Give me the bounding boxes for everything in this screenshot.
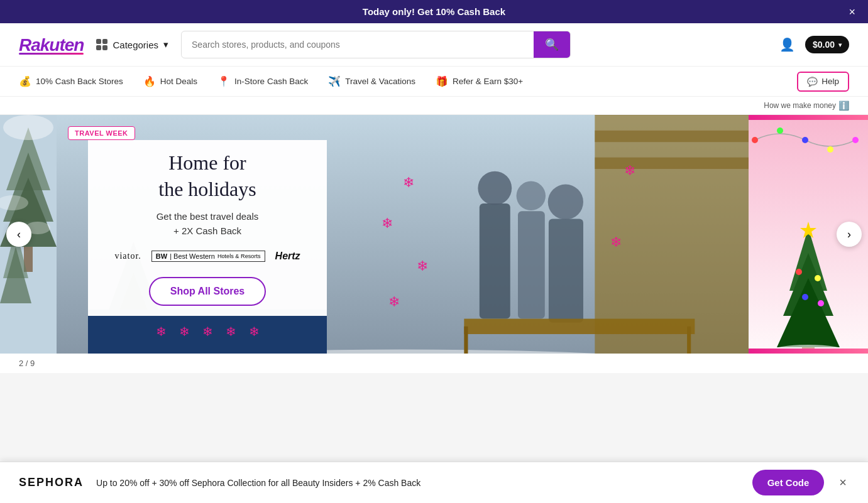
- instore-icon: 📍: [217, 75, 230, 87]
- top-banner-close-button[interactable]: ×: [849, 6, 855, 18]
- help-chat-icon: 💬: [807, 77, 818, 87]
- chevron-left-icon: ‹: [17, 228, 21, 241]
- logo-text: Rakuten: [19, 35, 84, 55]
- info-row: How we make money ℹ️: [0, 97, 868, 115]
- logo-underline: [19, 53, 84, 55]
- carousel-prev-button[interactable]: ‹: [6, 222, 31, 247]
- refer-icon: 🎁: [436, 75, 448, 87]
- svg-point-16: [478, 171, 512, 205]
- svg-rect-24: [595, 115, 749, 354]
- account-button[interactable]: 👤: [779, 37, 795, 52]
- shop-all-stores-button[interactable]: Shop All Stores: [149, 277, 266, 306]
- cash-back-display[interactable]: $0.00 ▾: [805, 36, 849, 53]
- svg-point-8: [3, 115, 53, 140]
- slide-brands: viator. BW | Best WesternHotels & Resort…: [114, 251, 300, 262]
- help-label: Help: [821, 77, 839, 86]
- svg-rect-15: [480, 203, 510, 319]
- snowflake-2: ❄: [179, 324, 190, 339]
- slide-title: Home forthe holidays: [158, 150, 256, 202]
- search-input[interactable]: [182, 33, 534, 56]
- nav-travel-label: Travel & Vacations: [345, 77, 415, 86]
- info-icon: ℹ️: [838, 100, 849, 111]
- nav-help-button[interactable]: 💬 Help: [797, 72, 849, 92]
- carousel-next-button[interactable]: ›: [837, 222, 862, 247]
- carousel-container: TRAVEL WEEK Home forthe holidays Get the…: [0, 115, 868, 354]
- search-button[interactable]: 🔍: [534, 31, 570, 58]
- carousel-main-slide: TRAVEL WEEK Home forthe holidays Get the…: [57, 115, 749, 354]
- slide-subtitle: Get the best travel deals+ 2X Cash Back: [157, 210, 259, 238]
- header-right: 👤 $0.00 ▾: [779, 36, 849, 53]
- cash-back-amount: $0.00: [813, 40, 835, 50]
- svg-point-30: [777, 127, 783, 134]
- nav-item-refer[interactable]: 🎁 Refer & Earn $30+: [436, 67, 523, 96]
- nav-item-travel[interactable]: ✈️ Travel & Vacations: [328, 67, 415, 96]
- svg-rect-17: [518, 211, 545, 318]
- svg-point-18: [517, 181, 546, 210]
- carousel-area: TRAVEL WEEK Home forthe holidays Get the…: [0, 115, 868, 373]
- chevron-right-icon: ›: [847, 228, 851, 241]
- search-icon: 🔍: [545, 38, 559, 51]
- travel-week-badge: TRAVEL WEEK: [68, 126, 135, 140]
- carousel-indicator: 2 / 9: [0, 354, 868, 373]
- nav-instore-label: In-Store Cash Back: [234, 77, 308, 86]
- how-money-text: How we make money: [764, 101, 836, 110]
- categories-label: Categories: [113, 40, 158, 50]
- svg-rect-22: [464, 327, 468, 354]
- svg-point-40: [802, 294, 808, 300]
- brand-best-western: BW | Best WesternHotels & Resorts: [151, 251, 265, 262]
- svg-point-20: [548, 184, 583, 219]
- slide-bottom-strip: ❄ ❄ ❄ ❄ ❄: [88, 310, 327, 354]
- categories-icon: [96, 39, 107, 50]
- snowflake-5: ❄: [249, 324, 260, 339]
- nav-item-instore-cashback[interactable]: 📍 In-Store Cash Back: [217, 67, 308, 96]
- svg-point-31: [802, 137, 808, 143]
- travel-icon: ✈️: [328, 75, 341, 87]
- slide-text-panel: Home forthe holidays Get the best travel…: [88, 140, 327, 316]
- hotdeals-icon: 🔥: [143, 75, 156, 87]
- preview-bottom-strip: [749, 349, 868, 354]
- header: Rakuten Categories ▾ 🔍 👤 $0.00 ▾: [0, 23, 868, 67]
- svg-rect-19: [549, 219, 583, 323]
- snowflake-1: ❄: [156, 324, 167, 339]
- snowflake-4: ❄: [226, 324, 236, 339]
- svg-point-33: [852, 137, 859, 143]
- svg-point-41: [818, 300, 824, 306]
- svg-point-38: [796, 269, 802, 275]
- top-banner: Today only! Get 10% Cash Back ×: [0, 0, 868, 23]
- how-we-make-money[interactable]: How we make money ℹ️: [764, 100, 849, 111]
- brand-hertz: Hertz: [275, 251, 300, 262]
- nav-refer-label: Refer & Earn $30+: [453, 77, 523, 86]
- categories-button[interactable]: Categories ▾: [96, 39, 168, 50]
- cashback-icon: 💰: [19, 75, 31, 87]
- top-banner-text: Today only! Get 10% Cash Back: [363, 6, 505, 17]
- nav-hotdeals-label: Hot Deals: [160, 77, 197, 86]
- search-bar: 🔍: [181, 31, 571, 58]
- svg-point-32: [827, 146, 833, 153]
- preview-top-strip: [749, 115, 868, 120]
- cash-back-chevron-icon: ▾: [838, 41, 842, 48]
- brand-viator: viator.: [114, 251, 141, 261]
- logo[interactable]: Rakuten: [19, 35, 84, 55]
- svg-point-29: [752, 137, 758, 143]
- user-icon: 👤: [779, 37, 795, 52]
- nav-item-hot-deals[interactable]: 🔥 Hot Deals: [143, 67, 197, 96]
- snowflake-3: ❄: [202, 324, 213, 339]
- svg-point-39: [815, 275, 821, 281]
- nav-cashback-label: 10% Cash Back Stores: [36, 77, 123, 86]
- svg-rect-26: [595, 131, 749, 142]
- nav-bar: 💰 10% Cash Back Stores 🔥 Hot Deals 📍 In-…: [0, 67, 868, 97]
- svg-rect-27: [595, 158, 749, 169]
- categories-chevron-icon: ▾: [163, 39, 168, 50]
- nav-item-cashback-stores[interactable]: 💰 10% Cash Back Stores: [19, 67, 123, 96]
